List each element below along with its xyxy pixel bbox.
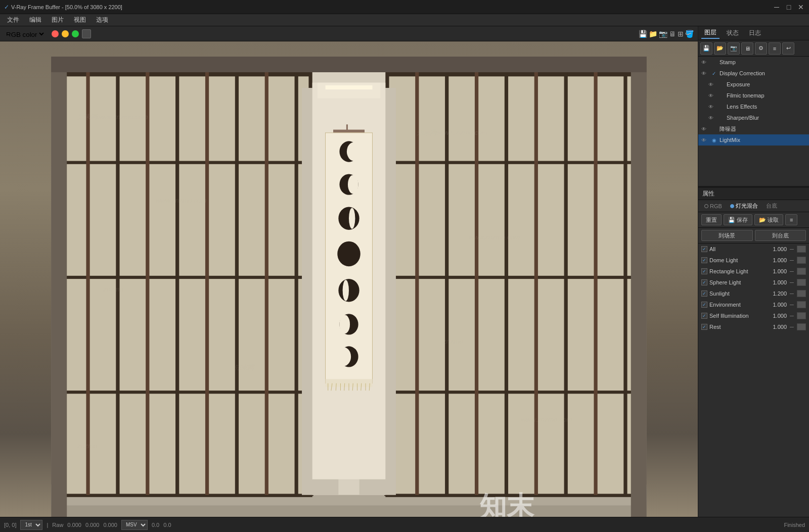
rt-undo-btn[interactable]: ↩: [782, 42, 794, 55]
lm-check-env[interactable]: ✓: [701, 302, 707, 308]
tab-log[interactable]: 日志: [746, 28, 764, 38]
render-image: 知末网www.znzmo.com www.znzmo.com 知末网www.zn…: [0, 41, 698, 517]
rt-display-btn[interactable]: 🖥: [741, 42, 753, 55]
layer-item-display-correction[interactable]: 👁 ✓ Display Correction: [698, 68, 809, 79]
svg-point-65: [349, 208, 355, 229]
bucket-icon[interactable]: 🪣: [685, 30, 694, 38]
lm-minus-dome[interactable]: ─: [789, 257, 795, 263]
reset-button[interactable]: 重置: [701, 214, 722, 225]
lm-swatch-env[interactable]: [797, 301, 806, 308]
rt-list-btn[interactable]: ≡: [769, 42, 781, 55]
lm-swatch-dome[interactable]: [797, 257, 806, 264]
layer-eye-dn[interactable]: 👁: [701, 126, 708, 132]
menu-view[interactable]: 视图: [70, 15, 90, 25]
lm-swatch-all[interactable]: [797, 246, 806, 253]
menu-file[interactable]: 文件: [3, 15, 23, 25]
val-r: 0.000: [67, 522, 81, 528]
properties-panel: 属性 RGB 灯光混合 台底 重置 💾: [698, 188, 809, 350]
svg-rect-8: [57, 276, 312, 279]
lm-minus-sun[interactable]: ─: [789, 291, 795, 297]
svg-point-68: [343, 280, 349, 301]
lm-minus-sphere[interactable]: ─: [789, 279, 795, 285]
layer-eye-dc[interactable]: 👁: [701, 71, 708, 76]
menu-button[interactable]: ≡: [785, 214, 797, 225]
lm-minus-si[interactable]: ─: [789, 313, 795, 319]
rt-camera-btn[interactable]: 📷: [728, 42, 740, 55]
menu-options[interactable]: 选项: [92, 15, 112, 25]
svg-point-66: [337, 241, 360, 267]
rt-load-btn[interactable]: 📂: [714, 42, 726, 55]
rt-settings-btn[interactable]: ⚙: [755, 42, 767, 55]
minimize-button[interactable]: ─: [773, 3, 781, 11]
lm-check-sphere[interactable]: ✓: [701, 279, 707, 285]
layer-item-filmic[interactable]: 👁 Filmic tonemap: [698, 90, 809, 101]
lm-swatch-si[interactable]: [797, 312, 806, 319]
layer-item-lightmix[interactable]: 👁 ◉ LightMix: [698, 134, 809, 146]
svg-point-63: [348, 175, 358, 194]
save-button[interactable]: 💾 保存: [724, 214, 752, 225]
lm-minus-all[interactable]: ─: [789, 246, 795, 252]
lm-check-si[interactable]: ✓: [701, 313, 707, 319]
load-button[interactable]: 📂 读取: [754, 214, 783, 225]
layer-item-denoise[interactable]: 👁 降噪器: [698, 123, 809, 134]
layer-icon-dn: [710, 125, 717, 132]
ptab-bottom[interactable]: 台底: [763, 201, 780, 211]
svg-rect-43: [326, 85, 373, 89]
menu-edit[interactable]: 编辑: [25, 15, 46, 25]
load-render-icon[interactable]: 📁: [649, 30, 657, 38]
layer-eye-lm[interactable]: 👁: [701, 137, 708, 143]
save-render-icon[interactable]: 💾: [639, 30, 647, 38]
to-scene-button[interactable]: 到场景: [701, 230, 753, 241]
layer-item-lens[interactable]: 👁 Lens Effects: [698, 101, 809, 112]
camera-icon[interactable]: 📷: [659, 30, 667, 38]
compare-icon[interactable]: ⊞: [678, 30, 684, 38]
lm-label-rect: Rectangle Light: [709, 268, 762, 274]
layer-item-exposure[interactable]: 👁 Exposure: [698, 79, 809, 90]
ptab-lightmix[interactable]: 灯光混合: [727, 201, 761, 211]
svg-text:www.znzmo.com: www.znzmo.com: [521, 416, 572, 423]
lm-swatch-sphere[interactable]: [797, 279, 806, 286]
menu-image[interactable]: 图片: [48, 15, 68, 25]
svg-rect-6: [57, 72, 312, 76]
lm-minus-rect[interactable]: ─: [789, 268, 795, 274]
close-button[interactable]: ✕: [797, 3, 805, 11]
layer-item-sharpen[interactable]: 👁 Sharpen/Blur: [698, 112, 809, 123]
title-bar: ✓ V-Ray Frame Buffer - [50.0% of 3080 x …: [0, 0, 809, 14]
format-select[interactable]: MSV: [121, 520, 148, 530]
layer-eye-stamp[interactable]: 👁: [701, 60, 708, 65]
lm-swatch-rest[interactable]: [797, 323, 806, 330]
lm-minus-rest[interactable]: ─: [789, 324, 795, 330]
layer-item-stamp[interactable]: 👁 Stamp: [698, 57, 809, 68]
tl-green[interactable]: [72, 30, 79, 37]
right-panel-top: 👁 Stamp 👁 ✓ Display Correction 👁 Exposur…: [698, 57, 809, 188]
channel-select[interactable]: RGB color: [4, 30, 46, 37]
lm-swatch-rect[interactable]: [797, 268, 806, 275]
layers-list: 👁 Stamp 👁 ✓ Display Correction 👁 Exposur…: [698, 57, 809, 186]
coords-display: [0, 0]: [4, 522, 16, 528]
maximize-button[interactable]: □: [785, 3, 793, 11]
display-icon[interactable]: 🖥: [669, 30, 676, 38]
layer-eye-sharp[interactable]: 👁: [708, 115, 715, 121]
tl-red[interactable]: [52, 30, 59, 37]
tl-yellow[interactable]: [62, 30, 69, 37]
lm-check-rect[interactable]: ✓: [701, 268, 707, 274]
lm-check-all[interactable]: ✓: [701, 246, 707, 252]
layer-eye-exp[interactable]: 👁: [708, 82, 715, 87]
viewport-action-icon[interactable]: [82, 29, 91, 38]
lm-value-rest: 1.000: [764, 324, 787, 330]
lm-check-sun[interactable]: ✓: [701, 291, 707, 297]
layer-eye-lens[interactable]: 👁: [708, 104, 715, 110]
to-bottom-button[interactable]: 到台底: [755, 230, 806, 241]
lm-swatch-sun[interactable]: [797, 290, 806, 297]
layer-eye-film[interactable]: 👁: [708, 93, 715, 99]
tab-layers[interactable]: 图层: [701, 27, 720, 39]
lm-minus-env[interactable]: ─: [789, 302, 795, 308]
lm-check-dome[interactable]: ✓: [701, 257, 707, 263]
lm-check-rest[interactable]: ✓: [701, 324, 707, 330]
frame-select[interactable]: 1st: [20, 520, 42, 530]
ptab-rgb[interactable]: RGB: [701, 202, 725, 210]
rt-save-btn[interactable]: 💾: [700, 42, 712, 55]
extra-val-2: 0.0: [163, 522, 171, 528]
tab-status[interactable]: 状态: [724, 28, 742, 38]
svg-rect-16: [205, 72, 209, 495]
